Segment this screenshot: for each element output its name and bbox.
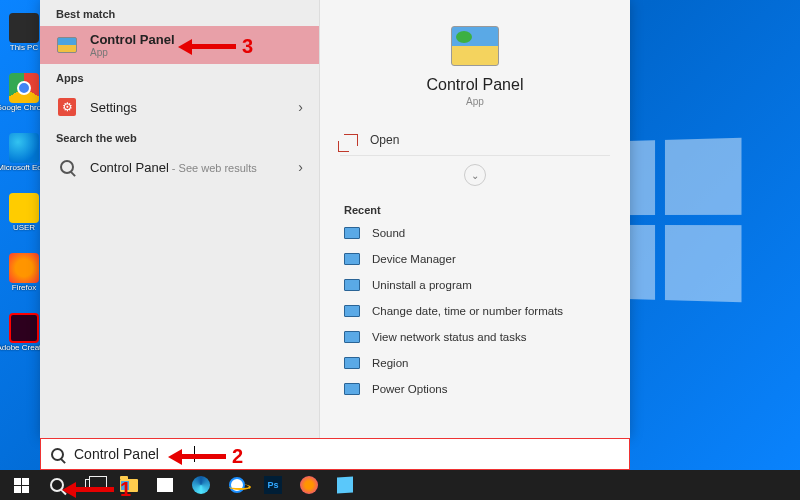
taskbar-app-edge[interactable] — [184, 470, 218, 500]
internet-explorer-icon — [229, 477, 245, 493]
result-subtitle: App — [90, 47, 303, 58]
control-panel-large-icon — [451, 26, 499, 66]
windows-start-icon — [14, 478, 29, 493]
control-panel-item-icon — [344, 227, 360, 239]
result-best-match-control-panel[interactable]: Control Panel App — [40, 26, 319, 64]
preview-open-button[interactable]: Open — [340, 125, 610, 156]
recent-item-power[interactable]: Power Options — [340, 376, 610, 402]
preview-title: Control Panel — [340, 76, 610, 94]
result-title: Control Panel — [90, 32, 303, 47]
adobe-icon — [9, 313, 39, 343]
recent-item-network[interactable]: View network status and tasks — [340, 324, 610, 350]
recent-header: Recent — [340, 200, 610, 220]
search-icon — [56, 156, 78, 178]
firefox-icon — [300, 476, 318, 494]
search-results-column: Best match Control Panel App Apps ⚙ Sett… — [40, 0, 320, 438]
control-panel-item-icon — [344, 383, 360, 395]
pc-icon — [9, 13, 39, 43]
user-folder-icon — [9, 193, 39, 223]
start-search-panel: Best match Control Panel App Apps ⚙ Sett… — [40, 0, 630, 438]
edge-icon — [9, 133, 39, 163]
section-apps: Apps — [40, 64, 319, 90]
text-cursor — [194, 446, 195, 462]
desktop-icon-this-pc[interactable]: This PC — [4, 0, 44, 52]
desktop-icon-user[interactable]: USER — [4, 180, 44, 232]
control-panel-item-icon — [344, 253, 360, 265]
control-panel-item-icon — [344, 305, 360, 317]
start-button[interactable] — [4, 470, 38, 500]
taskbar-search-box[interactable] — [40, 438, 630, 470]
recent-item-device-manager[interactable]: Device Manager — [340, 246, 610, 272]
open-label: Open — [370, 133, 399, 147]
taskbar-app-photoshop[interactable]: Ps — [256, 470, 290, 500]
open-icon — [344, 134, 358, 146]
section-best-match: Best match — [40, 0, 319, 26]
file-explorer-icon — [120, 479, 138, 492]
chevron-right-icon: › — [298, 99, 303, 115]
desktop-icon-edge[interactable]: Microsoft Edge — [4, 120, 44, 172]
recent-item-uninstall[interactable]: Uninstall a program — [340, 272, 610, 298]
control-panel-icon — [56, 34, 78, 56]
microsoft-store-icon — [157, 478, 173, 492]
control-panel-item-icon — [344, 357, 360, 369]
desktop-icon-chrome[interactable]: Google Chrome — [4, 60, 44, 112]
recent-item-date-time[interactable]: Change date, time or number formats — [340, 298, 610, 324]
result-app-settings[interactable]: ⚙ Settings › — [40, 90, 319, 124]
desktop-icon-firefox[interactable]: Firefox — [4, 240, 44, 292]
taskbar-search-button[interactable] — [40, 470, 74, 500]
preview-subtitle: App — [340, 96, 610, 107]
taskbar-app-ie[interactable] — [220, 470, 254, 500]
taskbar-app-notepad[interactable] — [328, 470, 362, 500]
task-view-icon — [85, 479, 101, 491]
settings-icon: ⚙ — [56, 96, 78, 118]
expand-chevron-button[interactable]: ⌄ — [464, 164, 486, 186]
section-search-web: Search the web — [40, 124, 319, 150]
desktop-icon-adobe[interactable]: Adobe Creative — [4, 300, 44, 352]
taskbar-app-file-explorer[interactable] — [112, 470, 146, 500]
search-icon — [50, 478, 64, 492]
edge-icon — [192, 476, 210, 494]
task-view-button[interactable] — [76, 470, 110, 500]
search-input[interactable] — [74, 446, 184, 462]
firefox-icon — [9, 253, 39, 283]
taskbar: Ps — [0, 470, 800, 500]
control-panel-item-icon — [344, 331, 360, 343]
result-web-control-panel[interactable]: Control Panel - See web results › — [40, 150, 319, 184]
chevron-right-icon: › — [298, 159, 303, 175]
chrome-icon — [9, 73, 39, 103]
notepad-icon — [337, 476, 353, 493]
photoshop-icon: Ps — [264, 476, 282, 494]
taskbar-app-firefox[interactable] — [292, 470, 326, 500]
recent-item-region[interactable]: Region — [340, 350, 610, 376]
search-icon — [51, 448, 64, 461]
result-title: Settings — [90, 100, 286, 115]
control-panel-item-icon — [344, 279, 360, 291]
recent-item-sound[interactable]: Sound — [340, 220, 610, 246]
result-title: Control Panel - See web results — [90, 160, 286, 175]
search-preview-pane: Control Panel App Open ⌄ Recent Sound De… — [320, 0, 630, 438]
taskbar-app-store[interactable] — [148, 470, 182, 500]
